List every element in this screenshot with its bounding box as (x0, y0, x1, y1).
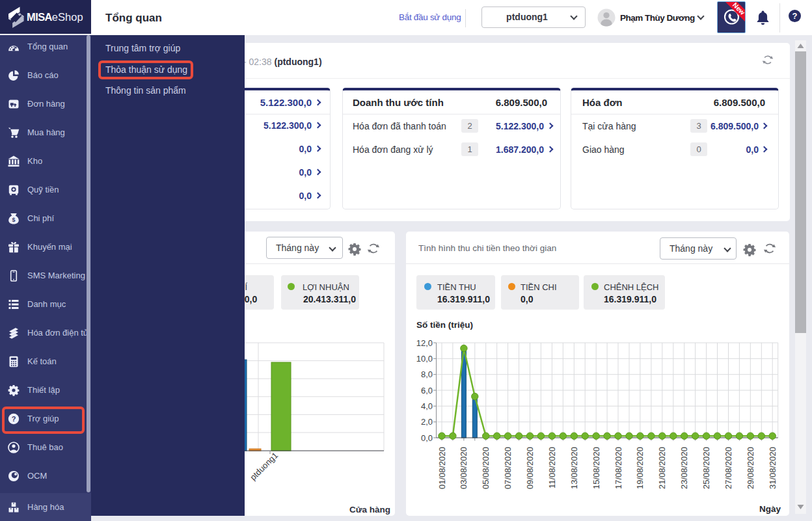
svg-text:2,0: 2,0 (421, 417, 433, 427)
svg-text:23/08/2020: 23/08/2020 (679, 447, 689, 489)
svg-text:31/08/2020: 31/08/2020 (768, 447, 778, 489)
svg-text:12,0: 12,0 (416, 338, 433, 348)
svg-text:11/08/2020: 11/08/2020 (547, 447, 557, 488)
svg-text:ptduong1: ptduong1 (248, 451, 280, 483)
svg-text:17/08/2020: 17/08/2020 (614, 447, 623, 489)
svg-text:4,0: 4,0 (421, 401, 433, 411)
svg-text:03/08/2020: 03/08/2020 (459, 447, 468, 489)
svg-text:01/08/2020: 01/08/2020 (437, 447, 447, 489)
svg-text:19/08/2020: 19/08/2020 (635, 447, 645, 489)
svg-text:8,0: 8,0 (421, 369, 433, 379)
svg-text:09/08/2020: 09/08/2020 (525, 447, 535, 489)
svg-text:0,0: 0,0 (421, 433, 433, 443)
svg-text:13/08/2020: 13/08/2020 (569, 447, 579, 489)
svg-text:29/08/2020: 29/08/2020 (746, 447, 755, 489)
svg-text:15/08/2020: 15/08/2020 (591, 447, 601, 489)
svg-text:21/08/2020: 21/08/2020 (657, 447, 667, 489)
svg-text:05/08/2020: 05/08/2020 (481, 447, 491, 489)
svg-text:6,0: 6,0 (421, 386, 433, 395)
svg-text:10,0: 10,0 (416, 354, 433, 364)
svg-text:07/08/2020: 07/08/2020 (503, 447, 513, 489)
svg-text:25/08/2020: 25/08/2020 (701, 447, 711, 489)
svg-text:$: $ (12, 217, 15, 223)
svg-text:27/08/2020: 27/08/2020 (724, 447, 733, 489)
